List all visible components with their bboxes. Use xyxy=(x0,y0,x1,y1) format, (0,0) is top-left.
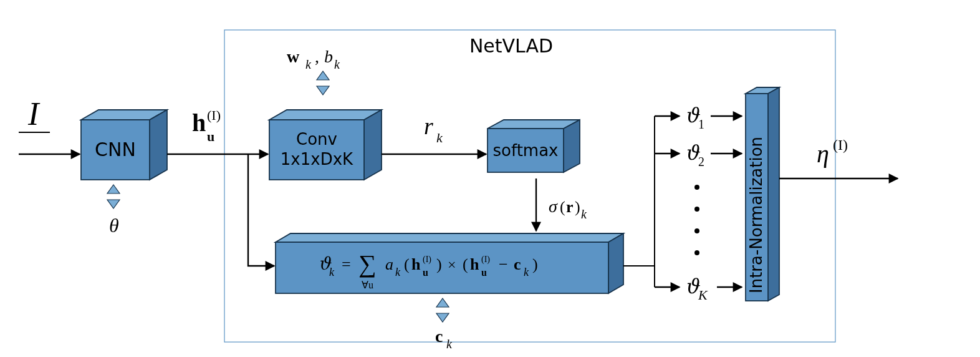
svg-text:h: h xyxy=(411,255,421,273)
svg-text:): ) xyxy=(436,255,442,273)
svg-text:k: k xyxy=(305,57,312,71)
svg-text:a: a xyxy=(385,255,393,273)
svg-text:k: k xyxy=(581,207,587,221)
svg-text:h: h xyxy=(470,255,479,273)
svg-text:c: c xyxy=(514,255,521,273)
svg-marker-72 xyxy=(768,87,779,301)
svg-text:r: r xyxy=(424,113,433,139)
svg-text:∑: ∑ xyxy=(358,250,377,278)
svg-marker-22 xyxy=(564,120,580,172)
svg-text:(: ( xyxy=(560,198,565,216)
netvlad-diagram: NetVLAD I CNN θ h u (I) Conv 1x1xDxK w k… xyxy=(0,0,980,357)
feature-symbol: h u (I) xyxy=(192,107,221,144)
svg-text:): ) xyxy=(575,198,580,216)
conv-label-1: Conv xyxy=(296,130,337,149)
output-symbol: η (I) xyxy=(817,137,848,168)
vlad-center-arrows xyxy=(436,298,449,322)
svg-text:(: ( xyxy=(404,255,410,273)
conv-label-2: 1x1xDxK xyxy=(281,150,353,169)
svg-text:(I): (I) xyxy=(207,107,221,123)
svg-text:η: η xyxy=(817,140,829,168)
svg-text:2: 2 xyxy=(698,155,704,169)
cnn-param-arrows xyxy=(107,185,120,208)
svg-marker-54 xyxy=(436,313,449,322)
svg-point-66 xyxy=(694,228,699,233)
svg-text:u: u xyxy=(207,129,214,144)
svg-text:K: K xyxy=(698,287,708,303)
svg-text:,: , xyxy=(315,47,319,66)
svg-marker-5 xyxy=(107,200,120,208)
svg-text:k: k xyxy=(436,130,443,145)
svg-text:c: c xyxy=(435,326,443,346)
softmax-label: softmax xyxy=(493,141,559,160)
vlad-center-symbol: c k xyxy=(435,326,453,351)
svg-text:k: k xyxy=(395,266,401,278)
svg-marker-4 xyxy=(107,185,120,193)
svg-text:(: ( xyxy=(463,255,468,273)
intra-norm-block: Intra-Normalization xyxy=(746,87,779,301)
svg-text:k: k xyxy=(446,337,453,351)
svg-marker-18 xyxy=(317,86,329,95)
svg-marker-17 xyxy=(317,71,329,80)
r-symbol: r k xyxy=(424,113,443,145)
svg-text:−: − xyxy=(499,255,508,273)
svg-marker-2 xyxy=(150,110,167,180)
svg-marker-29 xyxy=(276,233,623,242)
svg-text:h: h xyxy=(192,109,206,137)
cnn-label: CNN xyxy=(95,139,136,160)
svg-text:k: k xyxy=(334,57,340,71)
conv-block: Conv 1x1xDxK xyxy=(269,110,382,180)
netvlad-container xyxy=(224,30,835,342)
svg-text:u: u xyxy=(423,267,428,278)
conv-param-arrows xyxy=(317,71,329,95)
svg-text:=: = xyxy=(342,255,351,273)
svg-text:): ) xyxy=(532,255,538,273)
conv-params: w k , b k xyxy=(287,47,340,71)
svg-text:×: × xyxy=(448,257,456,273)
sigma-symbol: σ ( r ) k xyxy=(549,197,587,221)
svg-text:(I): (I) xyxy=(481,255,490,265)
svg-marker-9 xyxy=(269,110,382,120)
svg-text:k: k xyxy=(524,266,529,278)
svg-text:∀u: ∀u xyxy=(362,280,373,290)
svg-text:σ: σ xyxy=(549,197,558,216)
netvlad-title: NetVLAD xyxy=(469,35,553,57)
svg-text:u: u xyxy=(481,267,487,278)
svg-marker-30 xyxy=(608,233,623,293)
cnn-param: θ xyxy=(109,214,119,237)
svg-text:(I): (I) xyxy=(423,255,431,265)
svg-point-67 xyxy=(694,250,699,255)
svg-marker-10 xyxy=(364,110,382,180)
intra-norm-label: Intra-Normalization xyxy=(747,137,766,293)
svg-text:1: 1 xyxy=(698,117,704,131)
cnn-block: CNN xyxy=(81,110,167,180)
svg-text:(I): (I) xyxy=(833,137,848,153)
svg-text:b: b xyxy=(324,47,333,66)
softmax-block: softmax xyxy=(488,120,580,172)
svg-text:r: r xyxy=(566,198,574,216)
input-symbol: I xyxy=(27,96,41,132)
svg-point-64 xyxy=(694,185,699,190)
svg-text:k: k xyxy=(329,266,335,278)
vdots-icon xyxy=(694,185,699,255)
svg-point-65 xyxy=(694,207,699,212)
svg-marker-53 xyxy=(436,298,449,307)
svg-text:w: w xyxy=(287,47,300,66)
